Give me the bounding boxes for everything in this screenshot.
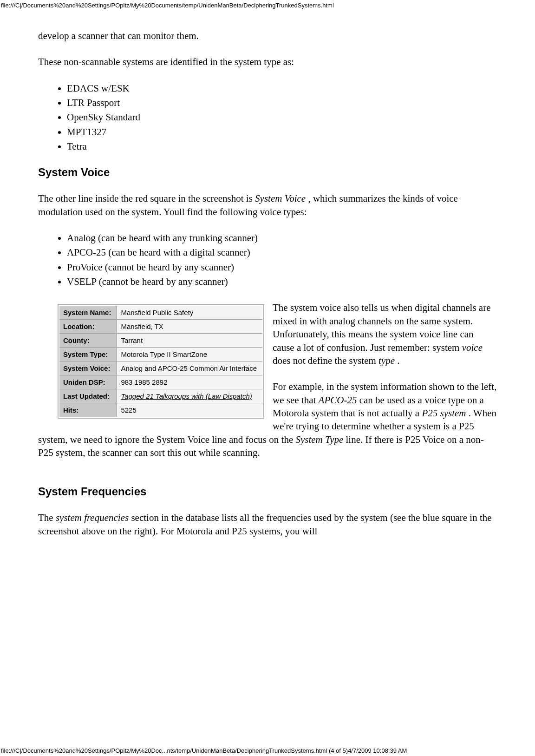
float-section: System Name: Mansfield Public Safety Loc… — [38, 301, 497, 472]
table-row: System Type: Motorola Type II SmartZone — [59, 348, 262, 362]
heading-system-frequencies: System Frequencies — [38, 485, 497, 498]
list-item: Tetra — [67, 140, 497, 153]
text: The system voice also tells us when digi… — [273, 302, 490, 353]
text-italic: voice — [462, 342, 483, 353]
list-item: MPT1327 — [67, 125, 497, 138]
heading-system-voice: System Voice — [38, 166, 497, 179]
voice-para-1: The other line inside the red square in … — [38, 192, 497, 218]
list-item: LTR Passport — [67, 96, 497, 109]
info-label: County: — [59, 334, 117, 348]
intro-fragment: develop a scanner that can monitor them. — [38, 29, 497, 42]
list-item: Analog (can be heard with any trunking s… — [67, 231, 497, 244]
list-item: ProVoice (cannot be heard by any scanner… — [67, 261, 497, 274]
info-value: Analog and APCO-25 Common Air Interface — [117, 362, 262, 375]
info-label: Hits: — [59, 403, 117, 417]
list-item: APCO-25 (can be heard with a digital sca… — [67, 246, 497, 259]
table-row: Uniden DSP: 983 1985 2892 — [59, 375, 262, 389]
freq-para: The system frequencies section in the da… — [38, 511, 497, 538]
system-info-table: System Name: Mansfield Public Safety Loc… — [58, 304, 264, 419]
list-item: EDACS w/ESK — [67, 82, 497, 95]
info-value: Mansfield, TX — [117, 320, 262, 334]
url-header: file:///C|/Documents%20and%20Settings/PO… — [0, 0, 535, 11]
table-row: System Voice: Analog and APCO-25 Common … — [59, 362, 262, 375]
text: does not define the system — [273, 355, 378, 366]
info-value: Tagged 21 Talkgroups with (Law Dispatch) — [117, 389, 262, 403]
list-item: VSELP (cannot be heard by any scanner) — [67, 275, 497, 288]
nonscannable-list: EDACS w/ESK LTR Passport OpenSky Standar… — [38, 82, 497, 153]
info-label: Last Updated: — [59, 389, 117, 403]
text-italic: system frequencies — [56, 512, 129, 523]
text-italic: System Voice — [255, 193, 308, 204]
table-row: Location: Mansfield, TX — [59, 320, 262, 334]
info-value: Motorola Type II SmartZone — [117, 348, 262, 362]
info-value-link[interactable]: Tagged 21 Talkgroups with (Law Dispatch) — [121, 392, 252, 400]
info-label: Location: — [59, 320, 117, 334]
nonscannable-intro: These non-scannable systems are identifi… — [38, 55, 497, 68]
document-content: develop a scanner that can monitor them.… — [38, 29, 497, 538]
text: . — [397, 355, 399, 366]
text: The other line inside the red square in … — [38, 193, 255, 204]
text-italic: type — [378, 355, 397, 366]
list-item: OpenSky Standard — [67, 111, 497, 124]
info-value: Tarrant — [117, 334, 262, 348]
info-label: System Name: — [59, 306, 117, 320]
voice-type-list: Analog (can be heard with any trunking s… — [38, 231, 497, 288]
text: The — [38, 512, 56, 523]
info-label: System Voice: — [59, 362, 117, 375]
table-row: System Name: Mansfield Public Safety — [59, 306, 262, 320]
text-italic: P25 system — [422, 408, 468, 419]
text-italic: System Type — [295, 434, 343, 445]
info-value: 983 1985 2892 — [117, 375, 262, 389]
table-row: Hits: 5225 — [59, 403, 262, 417]
table-row: Last Updated: Tagged 21 Talkgroups with … — [59, 389, 262, 403]
info-value: 5225 — [117, 403, 262, 417]
info-label: Uniden DSP: — [59, 375, 117, 389]
info-label: System Type: — [59, 348, 117, 362]
info-value: Mansfield Public Safety — [117, 306, 262, 320]
text-italic: APCO-25 — [319, 394, 357, 406]
table-row: County: Tarrant — [59, 334, 262, 348]
